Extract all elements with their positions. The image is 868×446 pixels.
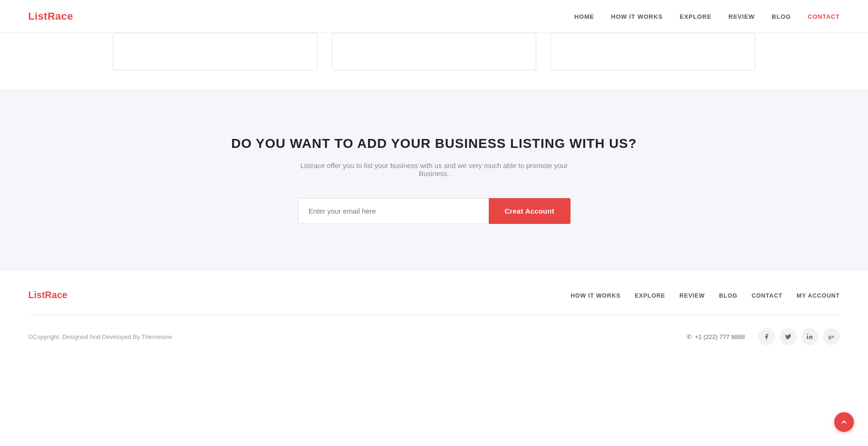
nav-item-explore[interactable]: EXPLORE: [680, 12, 712, 21]
footer-logo-accent: Race: [45, 290, 68, 300]
nav-link-how-it-works[interactable]: HOW IT WORKS: [611, 13, 663, 20]
logo[interactable]: ListRace: [28, 10, 73, 23]
footer-nav-blog[interactable]: BLOG: [719, 291, 737, 300]
nav-item-blog[interactable]: BLOG: [772, 12, 791, 21]
footer-nav: HOW IT WORKS EXPLORE REVIEW BLOG CONTACT…: [571, 291, 840, 300]
linkedin-icon[interactable]: [801, 328, 818, 345]
nav-link-home[interactable]: HOME: [574, 13, 594, 20]
nav-link-contact[interactable]: CONTACT: [808, 13, 840, 20]
footer-nav-contact[interactable]: CONTACT: [751, 291, 782, 300]
nav-item-how-it-works[interactable]: HOW IT WORKS: [611, 12, 663, 21]
footer-link-explore[interactable]: EXPLORE: [634, 292, 665, 299]
footer-logo[interactable]: ListRace: [28, 290, 67, 300]
nav-links: HOME HOW IT WORKS EXPLORE REVIEW BLOG CO…: [574, 12, 840, 21]
footer-bottom: ©Copyright. Designed And Developed By Th…: [28, 315, 840, 359]
nav-link-explore[interactable]: EXPLORE: [680, 13, 712, 20]
email-input[interactable]: [298, 198, 489, 224]
cta-heading: DO YOU WANT TO ADD YOUR BUSINESS LISTING…: [9, 136, 859, 151]
footer-logo-text: List: [28, 290, 45, 300]
create-account-button[interactable]: Creat Account: [489, 198, 571, 224]
social-icons: g+: [758, 328, 840, 345]
facebook-icon[interactable]: [758, 328, 775, 345]
cards-strip: [0, 33, 868, 89]
card-2: [332, 33, 537, 70]
cta-subtext: Listrace offer you to list your business…: [289, 161, 580, 177]
nav-item-contact[interactable]: CONTACT: [808, 12, 840, 21]
nav-item-home[interactable]: HOME: [574, 12, 594, 21]
card-1: [113, 33, 318, 70]
copyright-text: ©Copyright. Designed And Developed By Th…: [28, 333, 172, 340]
nav-link-review[interactable]: REVIEW: [728, 13, 755, 20]
nav-item-review[interactable]: REVIEW: [728, 12, 755, 21]
footer-link-review[interactable]: REVIEW: [680, 292, 705, 299]
logo-accent: Race: [47, 10, 73, 22]
twitter-icon[interactable]: [780, 328, 797, 345]
email-form: Creat Account: [298, 198, 571, 224]
navbar: ListRace HOME HOW IT WORKS EXPLORE REVIE…: [0, 0, 868, 33]
phone-info: ✆ +1 (222) 777 8888: [687, 333, 745, 340]
footer-nav-review[interactable]: REVIEW: [680, 291, 705, 300]
footer: ListRace HOW IT WORKS EXPLORE REVIEW BLO…: [0, 271, 868, 359]
footer-top: ListRace HOW IT WORKS EXPLORE REVIEW BLO…: [28, 290, 840, 315]
footer-nav-my-account[interactable]: MY ACCOUNT: [797, 291, 840, 300]
footer-nav-how-it-works[interactable]: HOW IT WORKS: [571, 291, 620, 300]
svg-point-0: [807, 334, 808, 335]
google-plus-label: g+: [828, 334, 834, 339]
footer-link-my-account[interactable]: MY ACCOUNT: [797, 292, 840, 299]
card-3: [550, 33, 755, 70]
google-plus-icon[interactable]: g+: [823, 328, 840, 345]
footer-link-contact[interactable]: CONTACT: [751, 292, 782, 299]
phone-number: +1 (222) 777 8888: [695, 333, 745, 340]
footer-link-blog[interactable]: BLOG: [719, 292, 737, 299]
footer-link-how-it-works[interactable]: HOW IT WORKS: [571, 292, 620, 299]
nav-link-blog[interactable]: BLOG: [772, 13, 791, 20]
footer-nav-explore[interactable]: EXPLORE: [634, 291, 665, 300]
footer-right: ✆ +1 (222) 777 8888 g+: [687, 328, 840, 345]
logo-text-main: List: [28, 10, 47, 22]
phone-icon: ✆: [687, 333, 692, 340]
cta-section: DO YOU WANT TO ADD YOUR BUSINESS LISTING…: [0, 89, 868, 271]
